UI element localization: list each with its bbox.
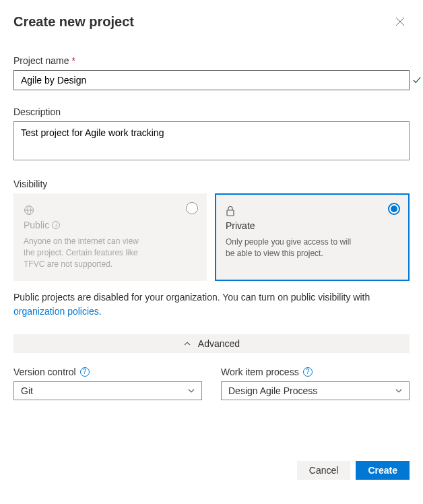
project-name-input[interactable]: [13, 70, 410, 90]
create-button[interactable]: Create: [356, 461, 410, 480]
organization-policies-link[interactable]: organization policies: [13, 306, 99, 317]
required-asterisk: *: [71, 55, 75, 66]
visibility-public-title: Public i: [24, 220, 197, 230]
svg-rect-5: [227, 210, 234, 216]
work-item-process-label: Work item process ?: [221, 367, 410, 377]
visibility-public-description: Anyone on the internet can view the proj…: [24, 236, 152, 270]
visibility-label: Visibility: [13, 179, 410, 189]
description-input[interactable]: Test project for Agile work tracking: [13, 121, 410, 160]
advanced-toggle-label: Advanced: [198, 338, 240, 349]
visibility-private-description: Only people you give access to will be a…: [226, 237, 354, 259]
help-icon[interactable]: ?: [303, 367, 313, 377]
chevron-up-icon: [183, 340, 191, 348]
version-control-select[interactable]: Git: [13, 381, 202, 400]
visibility-private-title: Private: [226, 220, 399, 231]
visibility-option-public: Public i Anyone on the internet can view…: [13, 193, 207, 281]
visibility-option-private[interactable]: Private Only people you give access to w…: [215, 193, 410, 281]
lock-icon: [226, 206, 399, 216]
radio-icon: [186, 202, 198, 214]
advanced-toggle[interactable]: Advanced: [13, 334, 410, 353]
description-label: Description: [13, 106, 410, 117]
close-icon: [395, 16, 405, 27]
cancel-button[interactable]: Cancel: [297, 461, 351, 480]
public-disabled-notice: Public projects are disabled for your or…: [13, 290, 410, 318]
globe-icon: [24, 205, 197, 216]
checkmark-icon: [412, 75, 422, 85]
dialog-title: Create new project: [13, 14, 134, 30]
info-icon: i: [52, 221, 60, 229]
version-control-label: Version control ?: [13, 367, 202, 377]
project-name-label-text: Project name: [13, 55, 69, 66]
radio-icon: [388, 203, 400, 215]
help-icon[interactable]: ?: [80, 367, 90, 377]
work-item-process-select[interactable]: Design Agile Process: [221, 381, 410, 400]
project-name-label: Project name *: [13, 55, 410, 66]
close-button[interactable]: [391, 12, 410, 31]
